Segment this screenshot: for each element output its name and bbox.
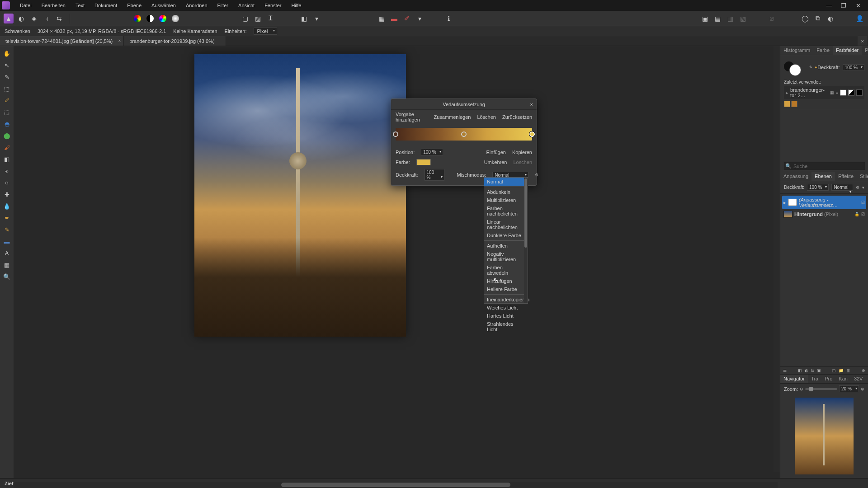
- search-input[interactable]: 🔍: [783, 162, 865, 170]
- move-tool-icon[interactable]: ↖: [2, 61, 11, 70]
- chevron-down-icon[interactable]: ▾: [862, 185, 864, 190]
- close-icon[interactable]: ×: [861, 38, 864, 44]
- blend-option[interactable]: Ineinanderkopieren: [484, 296, 528, 304]
- develop-persona-icon[interactable]: ◈: [29, 14, 39, 23]
- tab-effekte[interactable]: Effekte: [835, 172, 857, 181]
- position-value[interactable]: 100 %: [421, 149, 443, 155]
- soft-proof-icon[interactable]: [170, 14, 180, 23]
- arrange-front-icon[interactable]: ▣: [700, 14, 710, 23]
- alignment-icon[interactable]: ▬: [389, 14, 399, 23]
- blend-option[interactable]: Aufhellen: [484, 242, 528, 250]
- swatch-white[interactable]: [840, 89, 846, 96]
- gradient-stop-selected[interactable]: [529, 131, 535, 137]
- marquee-icon[interactable]: ▢: [240, 14, 250, 23]
- menu-fenster[interactable]: Fenster: [260, 1, 286, 9]
- recent-item[interactable]: brandenburger-tor-2…: [790, 87, 828, 98]
- arrange-backward-icon[interactable]: ▧: [738, 14, 748, 23]
- swatch-add-icon[interactable]: ●: [815, 65, 817, 70]
- delete-icon[interactable]: 🗑: [846, 368, 850, 373]
- gradient-stop[interactable]: [461, 131, 467, 137]
- tab-farbfelder[interactable]: Farbfelder: [833, 46, 862, 55]
- text-tool-icon[interactable]: A: [2, 249, 11, 258]
- liquify-persona-icon[interactable]: ◐: [16, 14, 26, 23]
- clone-tool-icon[interactable]: ⟐: [2, 166, 11, 175]
- flood-tool-icon[interactable]: ◓: [2, 119, 11, 128]
- gear-icon[interactable]: ⚙: [856, 185, 859, 190]
- menu-anordnen[interactable]: Anordnen: [181, 1, 212, 9]
- menu-text[interactable]: Text: [71, 1, 89, 9]
- menu-icon[interactable]: ≡: [836, 90, 838, 95]
- blend-option[interactable]: Farben abwedeln: [484, 263, 528, 277]
- close-icon[interactable]: ×: [118, 38, 121, 43]
- add-icon[interactable]: ⊕: [862, 368, 865, 373]
- visibility-icon[interactable]: ☑: [861, 212, 865, 216]
- pen-tool-icon[interactable]: ✒: [2, 213, 11, 222]
- tab-kan[interactable]: Kan: [835, 375, 851, 383]
- quick-mask-icon[interactable]: ◧: [299, 14, 309, 23]
- photo-persona-icon[interactable]: ▲: [4, 14, 14, 23]
- mask-icon[interactable]: ◧: [798, 368, 802, 373]
- tab-ebenen[interactable]: Ebenen: [811, 172, 835, 181]
- tone-persona-icon[interactable]: ⫞: [42, 14, 52, 23]
- rectangle-tool-icon[interactable]: ▬: [2, 237, 11, 246]
- layer-row-background[interactable]: Hintergrund (Pixel) 🔒 ☑: [782, 209, 866, 219]
- copy-button[interactable]: Kopieren: [512, 150, 532, 155]
- bw-adjust-icon[interactable]: [145, 14, 155, 23]
- blend-option-normal[interactable]: Normal: [484, 178, 528, 186]
- document-tab-1[interactable]: television-tower-7244801.jpg [Geändert] …: [0, 36, 124, 46]
- menu-ebene[interactable]: Ebene: [123, 1, 146, 9]
- arrange-forward-icon[interactable]: ▥: [725, 14, 735, 23]
- window-maximize-icon[interactable]: ❐: [838, 1, 849, 9]
- tab-navigator[interactable]: Navigator: [780, 375, 808, 383]
- marquee-sub-icon[interactable]: ▨: [253, 14, 263, 23]
- crop-tool-icon[interactable]: ⬚: [2, 84, 11, 93]
- blend-option[interactable]: Multiplizieren: [484, 196, 528, 204]
- selection-tool-icon[interactable]: ⬚: [2, 108, 11, 117]
- color-swatch[interactable]: [416, 159, 431, 165]
- scrollbar-vertical[interactable]: [774, 46, 780, 472]
- swatch-item[interactable]: [791, 101, 797, 107]
- group-icon[interactable]: ▢: [832, 368, 836, 373]
- add-layer-icon[interactable]: ◯: [800, 14, 810, 23]
- visibility-icon[interactable]: ☑: [861, 200, 865, 205]
- menu-filter[interactable]: Filter: [213, 1, 233, 9]
- dropdown-scrollbar[interactable]: [524, 178, 528, 303]
- arrange-back-icon[interactable]: ▤: [712, 14, 722, 23]
- document-tab-2[interactable]: brandenburger-tor-201939.jpg (43,0%): [124, 36, 226, 46]
- color-selector-icon[interactable]: [784, 60, 807, 75]
- scrollbar-horizontal[interactable]: [14, 482, 778, 488]
- menu-datei[interactable]: Datei: [15, 1, 36, 9]
- tab-tra[interactable]: Tra: [808, 375, 821, 383]
- tab-farbe[interactable]: Farbe: [813, 46, 833, 55]
- healing-tool-icon[interactable]: ✚: [2, 190, 11, 199]
- crop-icon[interactable]: ▣: [817, 368, 821, 373]
- swatch-diag[interactable]: [848, 89, 854, 96]
- layers-icon[interactable]: ☰: [783, 368, 787, 373]
- tab-32v[interactable]: 32V: [851, 375, 866, 383]
- grid-view-icon[interactable]: ▦: [830, 90, 834, 95]
- zoom-tool-icon[interactable]: 🔍: [2, 272, 11, 281]
- tab-stile[interactable]: Stile: [857, 172, 868, 181]
- units-select[interactable]: Pixel: [254, 28, 277, 35]
- blend-option[interactable]: Farben nachbelichten: [484, 204, 528, 218]
- chevron-down-icon[interactable]: ▾: [311, 14, 321, 23]
- close-icon[interactable]: ×: [530, 102, 533, 107]
- account-icon[interactable]: 👤: [854, 14, 864, 23]
- menu-bearbeiten[interactable]: Bearbeiten: [37, 1, 70, 9]
- opacity-value[interactable]: 100 %: [843, 64, 864, 71]
- stack-layer-icon[interactable]: ◐: [826, 14, 835, 23]
- tab-histogramm[interactable]: Histogramm: [780, 46, 813, 55]
- blend-option[interactable]: Negativ multiplizieren: [484, 250, 528, 263]
- crop-tool-icon[interactable]: ✐: [402, 14, 412, 23]
- blend-option[interactable]: Hellere Farbe: [484, 285, 528, 293]
- color-wheel-icon[interactable]: [132, 14, 142, 23]
- merge-button[interactable]: Zusammenlegen: [434, 114, 471, 120]
- blend-option[interactable]: Hartes Licht: [484, 312, 528, 320]
- mesh-tool-icon[interactable]: ▦: [2, 260, 11, 269]
- gradient-editor[interactable]: [396, 128, 532, 141]
- delete-button[interactable]: Löschen: [477, 114, 496, 120]
- fx-icon[interactable]: fx: [811, 368, 814, 373]
- hand-tool-icon[interactable]: ✋: [2, 49, 11, 58]
- blend-option[interactable]: Abdunkeln: [484, 188, 528, 196]
- text-select-icon[interactable]: Ꮖ: [265, 14, 275, 23]
